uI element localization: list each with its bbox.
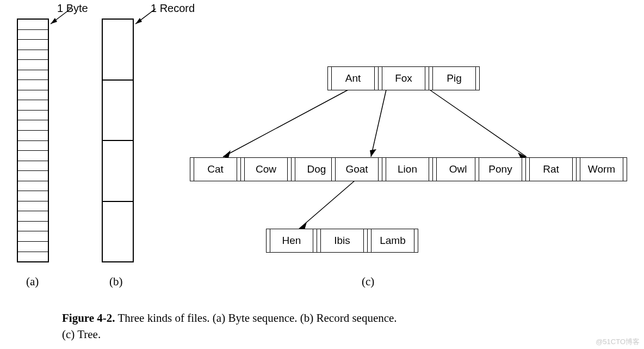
caption-line-1: Three kinds of files. (a) Byte sequence.… [115, 311, 397, 324]
tree-cell: Rat [529, 158, 572, 181]
tree-node-root: AntFoxPig [327, 66, 480, 90]
svg-line-4 [223, 90, 348, 157]
byte-sequence-column [17, 19, 49, 262]
watermark: @51CTO博客 [596, 337, 640, 347]
record-sequence-column [102, 19, 134, 262]
tree-cell: Ant [331, 67, 374, 90]
tree-cell: Ibis [320, 229, 363, 252]
tree-cell: Lamb [371, 229, 414, 252]
svg-marker-1 [51, 18, 57, 24]
tree-cell: Hen [270, 229, 313, 252]
caption-line-2: (c) Tree. [62, 328, 101, 341]
tree-node-child-2: GoatLionOwl [331, 157, 484, 181]
svg-marker-7 [370, 149, 376, 157]
tree-cell: Pony [479, 158, 522, 181]
tree-cell: Fox [382, 67, 425, 90]
label-a: (a) [26, 275, 39, 289]
tree-node-child-3: PonyRatWorm [475, 157, 627, 181]
svg-line-6 [371, 90, 386, 157]
label-b: (b) [109, 275, 123, 289]
svg-marker-3 [135, 18, 142, 24]
tree-cell: Lion [386, 158, 429, 181]
label-1-record: 1 Record [151, 2, 195, 15]
figure-caption: Figure 4-2. Three kinds of files. (a) By… [62, 310, 552, 343]
label-1-byte: 1 Byte [57, 2, 88, 15]
tree-node-child-1: CatCowDog [190, 157, 342, 181]
svg-line-8 [430, 90, 527, 157]
tree-cell: Owl [436, 158, 479, 181]
tree-cell: Cow [244, 158, 287, 181]
tree-node-grandchild: HenIbisLamb [266, 229, 418, 253]
svg-marker-5 [223, 150, 231, 158]
label-c: (c) [362, 275, 374, 289]
tree-cell: Goat [335, 158, 378, 181]
tree-cell: Pig [432, 67, 475, 90]
svg-line-10 [299, 181, 355, 229]
tree-cell: Worm [580, 158, 623, 181]
caption-figure-number: Figure 4-2. [62, 311, 115, 324]
tree-cell: Cat [194, 158, 237, 181]
